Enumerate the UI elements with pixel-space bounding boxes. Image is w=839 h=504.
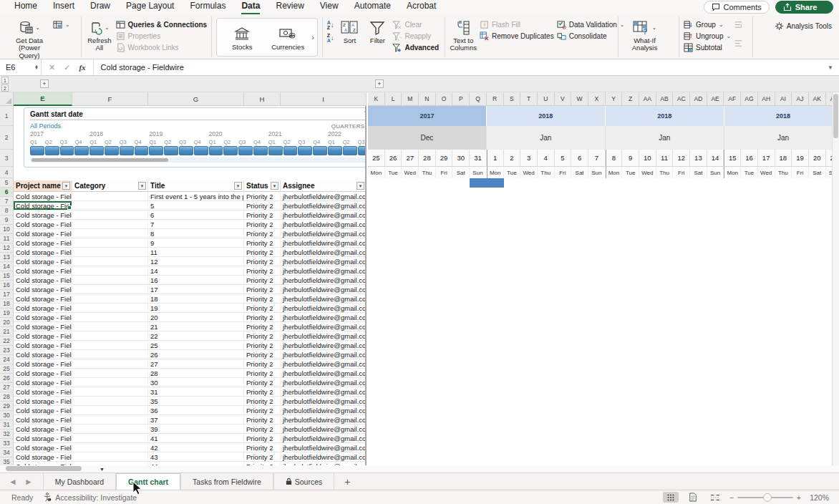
filter-button-title[interactable]: ▼	[234, 182, 242, 190]
column-header-S[interactable]: S	[504, 92, 521, 106]
add-sheet-button[interactable]: +	[334, 473, 360, 490]
cell[interactable]	[72, 322, 148, 331]
cell[interactable]: Cold storage - Fieldwire	[14, 434, 72, 443]
cell[interactable]: Cold storage - Fieldwire	[14, 452, 72, 462]
cell[interactable]: jherbulotfieldwire@gmail.com	[281, 359, 367, 369]
clear-filter-icon[interactable]	[364, 110, 367, 118]
cell[interactable]: jherbulotfieldwire@gmail.com	[281, 304, 367, 313]
cell[interactable]: Cold storage - Fieldwire	[14, 387, 72, 397]
cell[interactable]: Priority 2	[244, 397, 281, 406]
row-header-28[interactable]: 28	[0, 392, 14, 402]
slicer-selected-segment[interactable]	[298, 146, 312, 155]
column-header-P[interactable]: P	[452, 92, 470, 106]
cell[interactable]: jherbulotfieldwire@gmail.com	[281, 276, 367, 285]
row-header-10[interactable]: 10	[0, 225, 14, 234]
cell[interactable]: 5	[148, 201, 244, 210]
cell[interactable]: 9	[148, 238, 244, 248]
cell[interactable]: jherbulotfieldwire@gmail.com	[281, 369, 367, 378]
cell[interactable]: Cold storage - Fieldwire	[14, 294, 72, 304]
slicer-selected-segment[interactable]	[209, 146, 223, 155]
sheet-tab-gantt-chart[interactable]: Gantt chart	[116, 473, 180, 490]
filter-button-assignee[interactable]: ▼	[357, 182, 364, 190]
column-header-AD[interactable]: AD	[690, 92, 707, 106]
cell[interactable]: Priority 2	[244, 369, 281, 378]
cell[interactable]	[72, 397, 148, 406]
slicer-selected-segment[interactable]	[283, 146, 298, 155]
row-header-25[interactable]: 25	[0, 364, 14, 374]
analysis-tools-button[interactable]: Analysis Tools	[775, 17, 832, 31]
slicer-selected-segment[interactable]	[328, 146, 342, 155]
cell[interactable]: Priority 2	[244, 201, 281, 210]
cell[interactable]: 30	[148, 378, 244, 387]
menu-tab-data[interactable]: Data	[241, 0, 260, 15]
row-header-18[interactable]: 18	[0, 299, 14, 309]
ungroup-button[interactable]: Ungroup⌄	[684, 32, 731, 41]
clear-filter-button[interactable]: Clear	[392, 20, 439, 29]
horizontal-scrollbar-thumb[interactable]	[6, 466, 82, 471]
cell[interactable]: Cold storage - Fieldwire	[14, 369, 72, 378]
cell[interactable]: jherbulotfieldwire@gmail.com	[281, 425, 367, 434]
cell[interactable]: Priority 2	[244, 220, 281, 229]
cell[interactable]: First event 1 - 5 years into the past	[148, 192, 244, 201]
row-header-31[interactable]: 31	[0, 420, 14, 430]
cell[interactable]: 17	[148, 285, 244, 294]
cell[interactable]: Priority 2	[244, 294, 281, 304]
formula-bar-expand-icon[interactable]: ▼	[822, 64, 839, 71]
row-header-15[interactable]: 15	[0, 271, 14, 281]
get-data-button[interactable]: ⌄ Get Data (Power Query)	[9, 17, 50, 59]
slicer-selected-segment[interactable]	[313, 146, 327, 155]
slicer-selected-segment[interactable]	[253, 146, 268, 155]
row-header-12[interactable]: 12	[0, 243, 14, 253]
slicer-selected-segment[interactable]	[238, 146, 253, 155]
sheet-tab-tasks-from-fieldwire[interactable]: Tasks from Fieldwire	[180, 473, 273, 490]
slicer-selected-segment[interactable]	[60, 146, 74, 155]
cell[interactable]: Cold storage - Fieldwire	[14, 220, 72, 229]
vertical-scrollbar[interactable]	[832, 92, 839, 465]
cell[interactable]	[72, 192, 148, 201]
expand-group-button[interactable]: +	[40, 79, 49, 88]
cell[interactable]	[72, 266, 148, 276]
cell[interactable]: 18	[148, 294, 244, 304]
advanced-filter-button[interactable]: Advanced	[392, 43, 439, 52]
cell[interactable]	[72, 229, 148, 238]
cell[interactable]: jherbulotfieldwire@gmail.com	[281, 350, 367, 359]
cell[interactable]: jherbulotfieldwire@gmail.com	[281, 229, 367, 238]
cell[interactable]: jherbulotfieldwire@gmail.com	[281, 341, 367, 350]
group-button[interactable]: Group⌄	[684, 20, 731, 29]
cell[interactable]: Cold storage - Fieldwire	[14, 210, 72, 220]
column-header-W[interactable]: W	[571, 92, 588, 106]
cell[interactable]: Cold storage - Fieldwire	[14, 201, 72, 210]
slicer-selected-segment[interactable]	[223, 146, 238, 155]
cell[interactable]: jherbulotfieldwire@gmail.com	[281, 452, 367, 462]
column-header-O[interactable]: O	[436, 92, 453, 106]
cancel-entry-icon[interactable]: ✕	[49, 63, 55, 72]
existing-connections-button[interactable]: ⌄	[53, 20, 70, 29]
cell[interactable]: jherbulotfieldwire@gmail.com	[281, 378, 367, 387]
cell[interactable]	[72, 350, 148, 359]
row-header-20[interactable]: 20	[0, 318, 14, 327]
cell[interactable]: Cold storage - Fieldwire	[14, 415, 72, 425]
text-to-columns-button[interactable]: Text to Columns	[450, 17, 477, 52]
accessibility-status[interactable]: ! Accessibility: Investigate	[43, 493, 137, 502]
slicer-selection-bar[interactable]	[30, 146, 367, 155]
cell[interactable]: Priority 2	[244, 322, 281, 331]
cell[interactable]: Cold storage - Fieldwire	[14, 248, 72, 257]
slicer-scrollbar-track[interactable]	[30, 158, 367, 163]
consolidate-button[interactable]: Consolidate	[557, 32, 625, 41]
cell[interactable]: jherbulotfieldwire@gmail.com	[281, 397, 367, 406]
cell[interactable]: Priority 2	[244, 192, 281, 201]
zoom-in-icon[interactable]: +	[797, 493, 801, 502]
sheet-tab-sources[interactable]: Sources	[273, 473, 335, 490]
column-header-AB[interactable]: AB	[656, 92, 674, 106]
cell[interactable]: Cold storage - Fieldwire	[14, 229, 72, 238]
page-layout-view-button[interactable]	[685, 492, 701, 503]
cell[interactable]	[72, 331, 148, 341]
sort-az-button[interactable]: AZ↓	[327, 20, 334, 30]
cell[interactable]: Cold storage - Fieldwire	[14, 378, 72, 387]
cell[interactable]: Priority 2	[244, 434, 281, 443]
row-header-3[interactable]: 3	[0, 150, 14, 167]
column-header-F[interactable]: F	[72, 92, 148, 106]
row-header-23[interactable]: 23	[0, 346, 14, 355]
show-detail-icon[interactable]	[734, 20, 743, 29]
cell[interactable]: Cold storage - Fieldwire	[14, 304, 72, 313]
